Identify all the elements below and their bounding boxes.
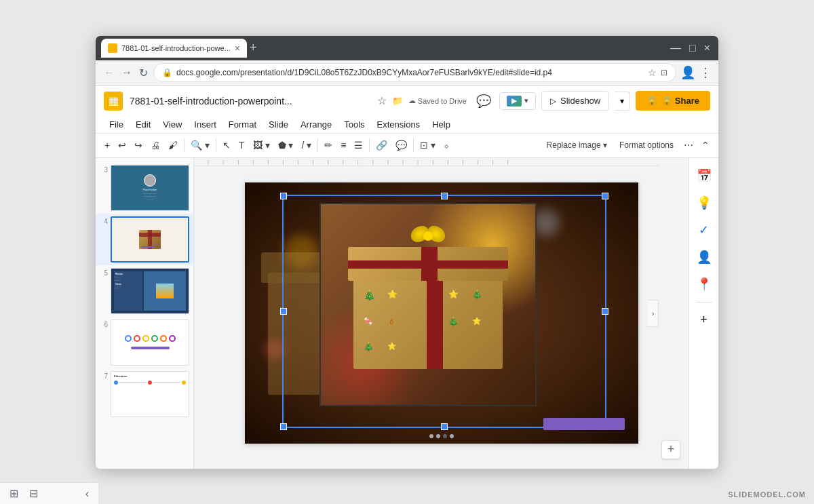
folder-move-icon[interactable]: 📁 — [392, 96, 403, 106]
back-button[interactable]: ← — [102, 65, 116, 80]
comment-button[interactable]: 💬 — [473, 91, 494, 111]
menu-slide[interactable]: Slide — [263, 117, 294, 132]
slide7-timeline — [114, 381, 186, 385]
tab-close-button[interactable]: × — [235, 43, 240, 54]
handle-top-center[interactable] — [441, 193, 448, 199]
bookmark-icon[interactable]: ☆ — [648, 67, 657, 78]
menu-tools[interactable]: Tools — [338, 117, 370, 132]
crop-button[interactable]: ⊡ ▾ — [416, 137, 439, 153]
image-button[interactable]: 🖼 ▾ — [250, 137, 273, 153]
contacts-icon: 👤 — [697, 250, 712, 265]
comment-toolbar-button[interactable]: 💬 — [392, 137, 410, 153]
calendar-sidebar-button[interactable]: 📅 — [692, 163, 716, 188]
slide-number-5: 5 — [100, 269, 108, 277]
more-options-button[interactable]: ⋯ — [680, 137, 697, 153]
select-button[interactable]: ↖ — [219, 137, 234, 153]
menu-view[interactable]: View — [157, 117, 187, 132]
forward-button[interactable]: → — [120, 65, 134, 80]
maximize-button[interactable]: □ — [686, 42, 699, 54]
paint-format-button[interactable]: 🖌 — [165, 137, 181, 153]
list-button[interactable]: ☰ — [351, 137, 366, 153]
canvas-add-button[interactable]: + — [661, 440, 680, 459]
menu-help[interactable]: Help — [427, 117, 456, 132]
add-sidebar-button[interactable]: + — [692, 308, 716, 332]
slideshow-button[interactable]: ▷ Slideshow — [541, 91, 609, 111]
print-button[interactable]: 🖨 — [147, 137, 163, 153]
pen-button[interactable]: ✏ — [321, 137, 336, 153]
account-icon[interactable]: 👤 — [680, 65, 695, 80]
slide-item-4[interactable]: 4 — [96, 214, 193, 265]
dot-1 — [429, 434, 433, 438]
textbox-button[interactable]: T — [235, 137, 248, 153]
format-options-label: Format options — [619, 140, 674, 150]
slide7-title: Education — [114, 374, 186, 378]
handle-bottom-left[interactable] — [280, 423, 287, 430]
star-icon[interactable]: ☆ — [377, 94, 387, 107]
link-button[interactable]: 🔗 — [372, 137, 391, 153]
menu-arrange[interactable]: Arrange — [295, 117, 337, 132]
main-content: 3 Placeholder ─────────────────────── 4 — [96, 158, 718, 469]
slideshow-dropdown-button[interactable]: ▾ — [615, 92, 630, 111]
refresh-button[interactable]: ↻ — [138, 65, 149, 81]
close-button[interactable]: × — [701, 42, 713, 54]
handle-middle-right[interactable] — [602, 308, 608, 315]
meet-button[interactable]: ▶ ▾ — [499, 92, 536, 110]
slide-number-7: 7 — [100, 372, 108, 380]
slide5-text2: ────────── — [115, 286, 141, 289]
line-spacing-button[interactable]: ≡ — [337, 137, 349, 153]
dot-4 — [450, 434, 454, 438]
zoom-button[interactable]: 🔍 ▾ — [187, 137, 213, 153]
slide3-placeholder-text: Placeholder — [142, 188, 157, 191]
slide-item-7[interactable]: 7 Education — [96, 368, 193, 420]
right-sidebar: 📅 💡 ✓ 👤 📍 + — [689, 158, 718, 469]
collapse-toolbar-button[interactable]: ⌃ — [698, 137, 713, 153]
tab-bar: 7881-01-self-introduction-powe... × + — [101, 39, 665, 58]
slide3-body-text: ─────────────────────── — [143, 193, 156, 201]
tab-title: 7881-01-self-introduction-powe... — [121, 44, 231, 52]
tasks-sidebar-button[interactable]: ✓ — [692, 218, 716, 242]
ruler-horizontal: ||||||||||||||||||||| — [194, 158, 659, 166]
slide-item-3[interactable]: 3 Placeholder ─────────────────────── — [96, 162, 193, 214]
minimize-button[interactable]: — — [667, 42, 684, 54]
menu-file[interactable]: File — [104, 117, 129, 132]
menu-edit[interactable]: Edit — [130, 117, 156, 132]
shapes-button[interactable]: ⬟ ▾ — [275, 137, 297, 153]
redo-button[interactable]: ↪ — [131, 137, 146, 153]
tab-strip-icon[interactable]: ⊡ — [661, 68, 667, 77]
menu-format[interactable]: Format — [223, 117, 262, 132]
menu-extensions[interactable]: Extensions — [372, 117, 426, 132]
url-bar[interactable]: 🔒 docs.google.com/presentation/d/1D9CiL0… — [153, 63, 676, 82]
calendar-icon: 📅 — [697, 168, 712, 183]
maps-sidebar-button[interactable]: 📍 — [692, 272, 716, 296]
new-tab-button[interactable]: + — [250, 41, 257, 55]
tasks-icon: ✓ — [699, 222, 709, 237]
slide-number-6: 6 — [100, 321, 108, 328]
docs-header: ▦ 7881-01-self-introduction-powerpoint..… — [96, 86, 718, 158]
handle-top-left[interactable] — [280, 193, 287, 199]
extensions-icon[interactable]: ⋮ — [699, 65, 712, 80]
slides-panel[interactable]: 3 Placeholder ─────────────────────── 4 — [96, 158, 194, 469]
undo-button[interactable]: ↩ — [115, 137, 130, 153]
contacts-sidebar-button[interactable]: 👤 — [692, 245, 716, 269]
slide-thumb-3: Placeholder ─────────────────────── — [111, 165, 189, 211]
slide-item-5[interactable]: 5 Mission ─────────────── Vision ───────… — [96, 265, 193, 317]
mask-button[interactable]: ⬦ — [440, 137, 452, 153]
handle-middle-left[interactable] — [280, 308, 287, 315]
dot-2 — [436, 434, 440, 438]
share-button[interactable]: 🔒 🔒 Share — [636, 91, 710, 111]
forward-arrow-button[interactable]: › — [648, 300, 659, 327]
slide-number-3: 3 — [100, 166, 108, 174]
replace-image-button[interactable]: Replace image ▾ — [541, 138, 613, 153]
insert-button[interactable]: + — [101, 137, 113, 153]
handle-bottom-center[interactable] — [441, 423, 448, 430]
slide-thumb-6 — [111, 319, 189, 366]
handle-top-right[interactable] — [602, 193, 608, 199]
lines-button[interactable]: / ▾ — [298, 137, 315, 153]
format-options-button[interactable]: Format options — [614, 138, 679, 153]
menu-insert[interactable]: Insert — [189, 117, 222, 132]
keep-sidebar-button[interactable]: 💡 — [692, 191, 716, 215]
url-text: docs.google.com/presentation/d/1D9CiL08o… — [176, 68, 644, 77]
active-tab[interactable]: 7881-01-self-introduction-powe... × — [101, 39, 247, 58]
circle-orange — [160, 335, 167, 342]
slide-item-6[interactable]: 6 — [96, 317, 193, 368]
